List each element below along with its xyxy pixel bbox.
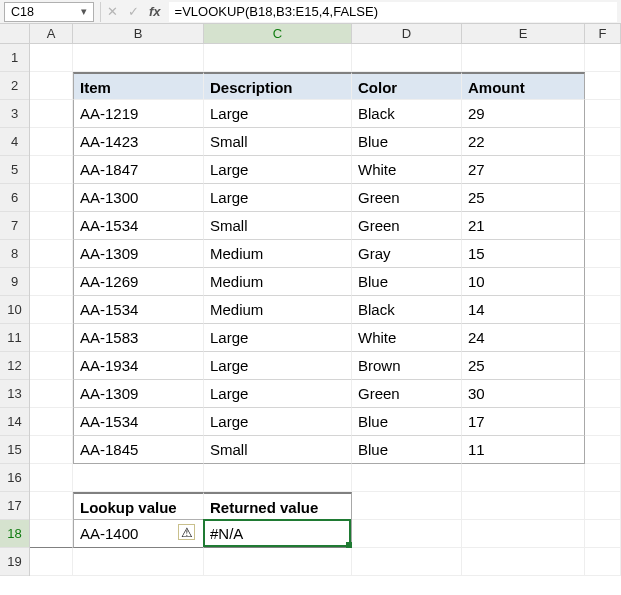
cell[interactable] (585, 72, 621, 100)
cell[interactable] (585, 44, 621, 72)
cell[interactable] (462, 44, 585, 72)
cell[interactable] (462, 464, 585, 492)
cell[interactable] (462, 548, 585, 576)
table-header-color[interactable]: Color (352, 72, 462, 100)
cell[interactable] (30, 352, 73, 380)
row-header[interactable]: 10 (0, 296, 29, 324)
table-cell-description[interactable]: Small (204, 128, 352, 156)
cell[interactable] (462, 492, 585, 520)
table-cell-color[interactable]: Green (352, 212, 462, 240)
cell[interactable] (73, 548, 204, 576)
cell[interactable] (204, 548, 352, 576)
col-header-A[interactable]: A (30, 24, 73, 43)
table-header-description[interactable]: Description (204, 72, 352, 100)
table-cell-item[interactable]: AA-1309 (73, 240, 204, 268)
row-header[interactable]: 15 (0, 436, 29, 464)
chevron-down-icon[interactable]: ▾ (81, 5, 87, 18)
cell[interactable] (204, 464, 352, 492)
cell[interactable] (352, 492, 462, 520)
table-cell-description[interactable]: Medium (204, 268, 352, 296)
cell[interactable] (30, 464, 73, 492)
table-cell-description[interactable]: Large (204, 156, 352, 184)
lookup-header-returned[interactable]: Returned value (204, 492, 352, 520)
col-header-D[interactable]: D (352, 24, 462, 43)
table-cell-description[interactable]: Large (204, 100, 352, 128)
cell[interactable] (585, 380, 621, 408)
table-cell-color[interactable]: Brown (352, 352, 462, 380)
cell[interactable] (30, 212, 73, 240)
cell[interactable] (73, 44, 204, 72)
table-cell-color[interactable]: Green (352, 184, 462, 212)
table-cell-amount[interactable]: 29 (462, 100, 585, 128)
cell[interactable] (30, 296, 73, 324)
cell[interactable] (585, 352, 621, 380)
row-header[interactable]: 17 (0, 492, 29, 520)
table-cell-description[interactable]: Medium (204, 240, 352, 268)
cell[interactable] (73, 464, 204, 492)
cell[interactable] (585, 128, 621, 156)
col-header-F[interactable]: F (585, 24, 621, 43)
table-cell-color[interactable]: Blue (352, 128, 462, 156)
table-cell-amount[interactable]: 24 (462, 324, 585, 352)
table-cell-amount[interactable]: 22 (462, 128, 585, 156)
cell[interactable] (30, 44, 73, 72)
row-header[interactable]: 9 (0, 268, 29, 296)
table-cell-color[interactable]: Green (352, 380, 462, 408)
row-header[interactable]: 19 (0, 548, 29, 576)
table-cell-description[interactable]: Large (204, 408, 352, 436)
row-header[interactable]: 2 (0, 72, 29, 100)
table-cell-color[interactable]: Gray (352, 240, 462, 268)
cell[interactable] (30, 492, 73, 520)
cell[interactable] (585, 408, 621, 436)
table-cell-item[interactable]: AA-1534 (73, 212, 204, 240)
cell[interactable] (352, 548, 462, 576)
table-cell-color[interactable]: Black (352, 100, 462, 128)
table-cell-amount[interactable]: 25 (462, 352, 585, 380)
table-cell-amount[interactable]: 15 (462, 240, 585, 268)
table-cell-amount[interactable]: 10 (462, 268, 585, 296)
cell[interactable] (585, 184, 621, 212)
table-cell-color[interactable]: Blue (352, 436, 462, 464)
table-cell-amount[interactable]: 30 (462, 380, 585, 408)
table-cell-item[interactable]: AA-1423 (73, 128, 204, 156)
cell[interactable] (30, 548, 73, 576)
cell[interactable] (204, 44, 352, 72)
table-cell-color[interactable]: White (352, 324, 462, 352)
cell[interactable] (585, 212, 621, 240)
table-cell-color[interactable]: Blue (352, 408, 462, 436)
table-cell-description[interactable]: Large (204, 352, 352, 380)
cell[interactable] (30, 436, 73, 464)
table-cell-description[interactable]: Medium (204, 296, 352, 324)
cell[interactable] (585, 240, 621, 268)
cancel-icon[interactable]: ✕ (107, 4, 118, 19)
cell[interactable] (585, 268, 621, 296)
table-cell-item[interactable]: AA-1534 (73, 296, 204, 324)
confirm-icon[interactable]: ✓ (128, 4, 139, 19)
table-cell-description[interactable]: Large (204, 184, 352, 212)
select-all-corner[interactable] (0, 24, 30, 43)
cell[interactable] (30, 268, 73, 296)
row-header[interactable]: 8 (0, 240, 29, 268)
cell[interactable] (30, 156, 73, 184)
table-header-item[interactable]: Item (73, 72, 204, 100)
name-box[interactable]: C18 ▾ (4, 2, 94, 22)
cell[interactable] (30, 128, 73, 156)
cell[interactable] (30, 520, 73, 548)
table-cell-color[interactable]: Blue (352, 268, 462, 296)
table-cell-item[interactable]: AA-1219 (73, 100, 204, 128)
row-header[interactable]: 3 (0, 100, 29, 128)
table-cell-amount[interactable]: 21 (462, 212, 585, 240)
row-header[interactable]: 16 (0, 464, 29, 492)
table-cell-item[interactable]: AA-1847 (73, 156, 204, 184)
table-cell-amount[interactable]: 27 (462, 156, 585, 184)
table-cell-color[interactable]: Black (352, 296, 462, 324)
row-header[interactable]: 5 (0, 156, 29, 184)
table-cell-description[interactable]: Large (204, 380, 352, 408)
row-header[interactable]: 7 (0, 212, 29, 240)
cell[interactable] (352, 520, 462, 548)
error-smart-tag[interactable]: ⚠ (178, 524, 195, 540)
row-header[interactable]: 13 (0, 380, 29, 408)
cell[interactable] (585, 156, 621, 184)
table-cell-amount[interactable]: 14 (462, 296, 585, 324)
cell[interactable] (462, 520, 585, 548)
